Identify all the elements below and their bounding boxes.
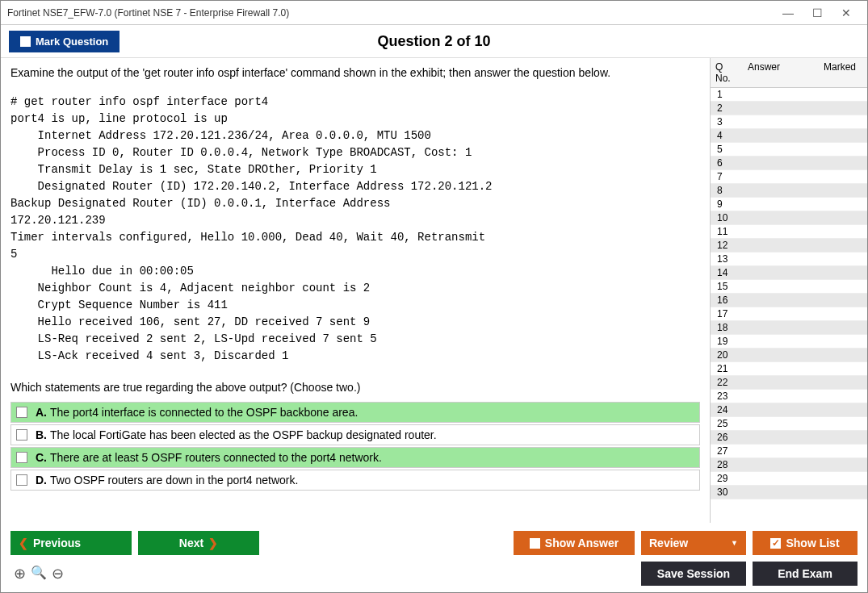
row-qno: 12 <box>711 240 743 251</box>
save-session-button[interactable]: Save Session <box>641 562 746 586</box>
question-list-row[interactable]: 17 <box>711 307 867 321</box>
zoom-reset-icon[interactable]: ⊕ <box>14 565 26 583</box>
row-qno: 26 <box>711 432 743 443</box>
question-list-row[interactable]: 27 <box>711 445 867 458</box>
row-qno: 8 <box>711 185 743 196</box>
option-letter: B. <box>36 428 47 441</box>
row-qno: 2 <box>711 102 743 114</box>
previous-label: Previous <box>33 537 81 549</box>
question-list-panel: Q No. Answer Marked 12345678910111213141… <box>710 58 867 523</box>
end-exam-button[interactable]: End Exam <box>753 562 858 586</box>
row-qno: 1 <box>711 89 743 100</box>
show-list-label: Show List <box>786 537 839 549</box>
checkbox-icon[interactable] <box>16 407 27 418</box>
row-qno: 22 <box>711 377 743 388</box>
question-list-row[interactable]: 5 <box>711 143 867 157</box>
question-list-row[interactable]: 4 <box>711 129 867 143</box>
row-qno: 3 <box>711 116 743 127</box>
option-row[interactable]: C.There are at least 5 OSPF routers conn… <box>10 447 700 468</box>
chevron-left-icon: ❮ <box>19 537 28 549</box>
question-list-row[interactable]: 26 <box>711 431 867 445</box>
question-list-row[interactable]: 2 <box>711 102 867 115</box>
question-list-row[interactable]: 24 <box>711 403 867 417</box>
row-qno: 11 <box>711 226 743 237</box>
checkbox-icon <box>530 538 540 549</box>
question-list-row[interactable]: 8 <box>711 184 867 198</box>
minimize-button[interactable]: — <box>774 3 803 23</box>
question-list-row[interactable]: 29 <box>711 472 867 486</box>
mark-question-label: Mark Question <box>36 35 108 48</box>
close-button[interactable]: ✕ <box>832 3 861 23</box>
question-pane[interactable]: Examine the output of the 'get router in… <box>1 58 710 523</box>
question-list-row[interactable]: 28 <box>711 458 867 472</box>
row-qno: 23 <box>711 390 743 402</box>
save-session-label: Save Session <box>657 567 730 580</box>
review-label: Review <box>649 537 688 549</box>
question-subprompt: Which statements are true regarding the … <box>10 381 700 394</box>
next-button[interactable]: Next ❯ <box>138 531 259 555</box>
row-qno: 9 <box>711 198 743 210</box>
checkbox-icon[interactable] <box>16 429 27 441</box>
row-qno: 4 <box>711 130 743 141</box>
row-qno: 10 <box>711 212 743 223</box>
option-text: The port4 interface is connected to the … <box>50 406 358 419</box>
end-exam-label: End Exam <box>778 567 832 580</box>
question-list-row[interactable]: 21 <box>711 362 867 376</box>
question-list-row[interactable]: 19 <box>711 335 867 349</box>
maximize-button[interactable]: ☐ <box>803 3 832 23</box>
question-list-row[interactable]: 9 <box>711 198 867 211</box>
question-list-header: Q No. Answer Marked <box>711 58 867 88</box>
mark-question-button[interactable]: Mark Question <box>9 31 120 52</box>
checkbox-icon[interactable] <box>16 474 27 486</box>
question-list-row[interactable]: 30 <box>711 486 867 499</box>
option-row[interactable]: D.Two OSPF routers are down in the port4… <box>10 470 700 491</box>
option-row[interactable]: A.The port4 interface is connected to th… <box>10 402 700 423</box>
row-qno: 25 <box>711 418 743 429</box>
options-list: A.The port4 interface is connected to th… <box>10 402 700 491</box>
zoom-out-icon[interactable]: ⊖ <box>52 565 64 583</box>
row-qno: 7 <box>711 171 743 182</box>
question-list-row[interactable]: 18 <box>711 321 867 335</box>
question-list-row[interactable]: 22 <box>711 376 867 390</box>
question-list-row[interactable]: 16 <box>711 294 867 307</box>
question-list-row[interactable]: 10 <box>711 211 867 225</box>
question-list-row[interactable]: 13 <box>711 253 867 266</box>
col-qno: Q No. <box>711 58 743 87</box>
window-title: Fortinet NSE7_EFW-7.0 (Fortinet NSE 7 - … <box>7 7 289 19</box>
question-number-title: Question 2 of 10 <box>377 33 490 50</box>
checkbox-icon[interactable] <box>16 452 27 463</box>
review-button[interactable]: Review ▼ <box>641 531 746 555</box>
previous-button[interactable]: ❮ Previous <box>10 531 132 555</box>
question-list-row[interactable]: 11 <box>711 225 867 239</box>
show-list-button[interactable]: ✓ Show List <box>753 531 858 555</box>
question-list-row[interactable]: 6 <box>711 157 867 170</box>
option-text: The local FortiGate has been elected as … <box>50 428 437 441</box>
row-qno: 29 <box>711 473 743 484</box>
question-list-row[interactable]: 25 <box>711 417 867 431</box>
question-list-body[interactable]: 1234567891011121314151617181920212223242… <box>711 88 867 523</box>
row-qno: 30 <box>711 487 743 498</box>
question-list-row[interactable]: 23 <box>711 390 867 403</box>
question-list-row[interactable]: 1 <box>711 88 867 102</box>
question-list-row[interactable]: 3 <box>711 115 867 129</box>
row-qno: 16 <box>711 294 743 306</box>
option-text: There are at least 5 OSPF routers connec… <box>50 451 382 464</box>
question-list-row[interactable]: 14 <box>711 266 867 280</box>
option-letter: D. <box>36 474 47 487</box>
button-row-2: ⊕ 🔍 ⊖ Save Session End Exam <box>10 562 858 586</box>
app-window: Fortinet NSE7_EFW-7.0 (Fortinet NSE 7 - … <box>0 0 868 593</box>
row-qno: 18 <box>711 322 743 333</box>
row-qno: 15 <box>711 281 743 292</box>
question-list-row[interactable]: 7 <box>711 170 867 184</box>
option-letter: A. <box>36 406 47 419</box>
show-answer-button[interactable]: Show Answer <box>514 531 635 555</box>
row-qno: 13 <box>711 253 743 265</box>
question-list-row[interactable]: 20 <box>711 349 867 362</box>
row-qno: 5 <box>711 144 743 155</box>
option-text: Two OSPF routers are down in the port4 n… <box>50 474 298 487</box>
question-list-row[interactable]: 15 <box>711 280 867 294</box>
row-qno: 27 <box>711 445 743 457</box>
question-list-row[interactable]: 12 <box>711 239 867 253</box>
option-row[interactable]: B.The local FortiGate has been elected a… <box>10 424 700 445</box>
zoom-in-icon[interactable]: 🔍 <box>31 565 47 583</box>
